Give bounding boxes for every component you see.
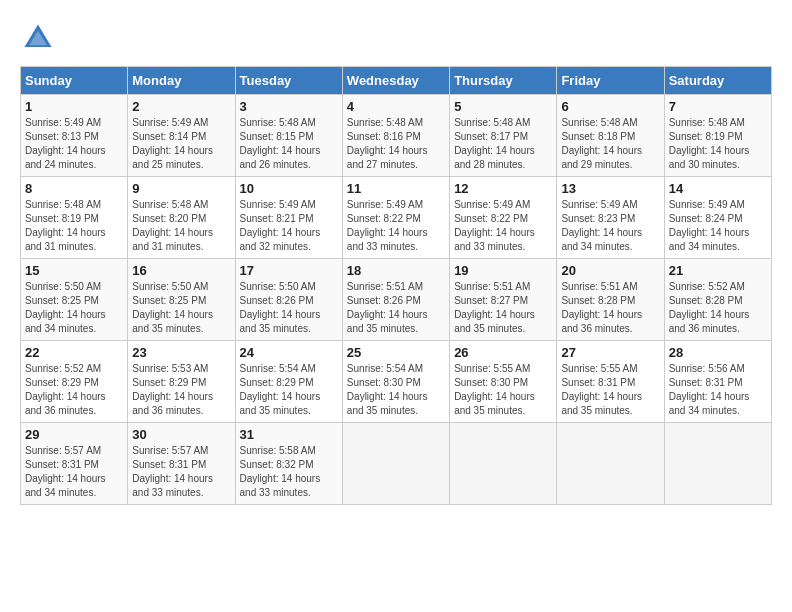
day-number: 15: [25, 263, 123, 278]
day-info: Sunrise: 5:48 AM Sunset: 8:16 PM Dayligh…: [347, 116, 445, 172]
day-number: 22: [25, 345, 123, 360]
day-cell: 19Sunrise: 5:51 AM Sunset: 8:27 PM Dayli…: [450, 259, 557, 341]
day-info: Sunrise: 5:49 AM Sunset: 8:14 PM Dayligh…: [132, 116, 230, 172]
day-cell: [342, 423, 449, 505]
col-header-sunday: Sunday: [21, 67, 128, 95]
day-number: 6: [561, 99, 659, 114]
day-number: 14: [669, 181, 767, 196]
day-info: Sunrise: 5:49 AM Sunset: 8:23 PM Dayligh…: [561, 198, 659, 254]
day-info: Sunrise: 5:53 AM Sunset: 8:29 PM Dayligh…: [132, 362, 230, 418]
day-cell: 25Sunrise: 5:54 AM Sunset: 8:30 PM Dayli…: [342, 341, 449, 423]
day-number: 9: [132, 181, 230, 196]
day-number: 18: [347, 263, 445, 278]
day-cell: 12Sunrise: 5:49 AM Sunset: 8:22 PM Dayli…: [450, 177, 557, 259]
day-cell: 10Sunrise: 5:49 AM Sunset: 8:21 PM Dayli…: [235, 177, 342, 259]
col-header-monday: Monday: [128, 67, 235, 95]
col-header-saturday: Saturday: [664, 67, 771, 95]
day-number: 17: [240, 263, 338, 278]
day-number: 21: [669, 263, 767, 278]
logo-icon: [20, 20, 56, 56]
day-number: 4: [347, 99, 445, 114]
day-info: Sunrise: 5:49 AM Sunset: 8:21 PM Dayligh…: [240, 198, 338, 254]
week-row-3: 22Sunrise: 5:52 AM Sunset: 8:29 PM Dayli…: [21, 341, 772, 423]
day-info: Sunrise: 5:50 AM Sunset: 8:25 PM Dayligh…: [132, 280, 230, 336]
day-info: Sunrise: 5:49 AM Sunset: 8:13 PM Dayligh…: [25, 116, 123, 172]
day-cell: 16Sunrise: 5:50 AM Sunset: 8:25 PM Dayli…: [128, 259, 235, 341]
day-info: Sunrise: 5:57 AM Sunset: 8:31 PM Dayligh…: [25, 444, 123, 500]
day-info: Sunrise: 5:57 AM Sunset: 8:31 PM Dayligh…: [132, 444, 230, 500]
day-cell: 6Sunrise: 5:48 AM Sunset: 8:18 PM Daylig…: [557, 95, 664, 177]
day-info: Sunrise: 5:48 AM Sunset: 8:17 PM Dayligh…: [454, 116, 552, 172]
day-number: 19: [454, 263, 552, 278]
day-cell: 26Sunrise: 5:55 AM Sunset: 8:30 PM Dayli…: [450, 341, 557, 423]
week-row-1: 8Sunrise: 5:48 AM Sunset: 8:19 PM Daylig…: [21, 177, 772, 259]
day-number: 30: [132, 427, 230, 442]
day-number: 25: [347, 345, 445, 360]
day-cell: 23Sunrise: 5:53 AM Sunset: 8:29 PM Dayli…: [128, 341, 235, 423]
day-cell: [450, 423, 557, 505]
day-info: Sunrise: 5:49 AM Sunset: 8:24 PM Dayligh…: [669, 198, 767, 254]
col-header-friday: Friday: [557, 67, 664, 95]
day-info: Sunrise: 5:52 AM Sunset: 8:29 PM Dayligh…: [25, 362, 123, 418]
day-cell: 13Sunrise: 5:49 AM Sunset: 8:23 PM Dayli…: [557, 177, 664, 259]
day-number: 27: [561, 345, 659, 360]
col-header-tuesday: Tuesday: [235, 67, 342, 95]
day-cell: 27Sunrise: 5:55 AM Sunset: 8:31 PM Dayli…: [557, 341, 664, 423]
day-number: 10: [240, 181, 338, 196]
day-info: Sunrise: 5:55 AM Sunset: 8:31 PM Dayligh…: [561, 362, 659, 418]
day-cell: 17Sunrise: 5:50 AM Sunset: 8:26 PM Dayli…: [235, 259, 342, 341]
day-number: 11: [347, 181, 445, 196]
day-cell: 7Sunrise: 5:48 AM Sunset: 8:19 PM Daylig…: [664, 95, 771, 177]
day-info: Sunrise: 5:49 AM Sunset: 8:22 PM Dayligh…: [454, 198, 552, 254]
day-number: 26: [454, 345, 552, 360]
day-number: 12: [454, 181, 552, 196]
day-info: Sunrise: 5:48 AM Sunset: 8:18 PM Dayligh…: [561, 116, 659, 172]
day-info: Sunrise: 5:54 AM Sunset: 8:30 PM Dayligh…: [347, 362, 445, 418]
day-info: Sunrise: 5:48 AM Sunset: 8:15 PM Dayligh…: [240, 116, 338, 172]
day-number: 16: [132, 263, 230, 278]
day-cell: 28Sunrise: 5:56 AM Sunset: 8:31 PM Dayli…: [664, 341, 771, 423]
week-row-4: 29Sunrise: 5:57 AM Sunset: 8:31 PM Dayli…: [21, 423, 772, 505]
week-row-0: 1Sunrise: 5:49 AM Sunset: 8:13 PM Daylig…: [21, 95, 772, 177]
day-cell: 5Sunrise: 5:48 AM Sunset: 8:17 PM Daylig…: [450, 95, 557, 177]
day-info: Sunrise: 5:54 AM Sunset: 8:29 PM Dayligh…: [240, 362, 338, 418]
day-cell: 9Sunrise: 5:48 AM Sunset: 8:20 PM Daylig…: [128, 177, 235, 259]
day-cell: 20Sunrise: 5:51 AM Sunset: 8:28 PM Dayli…: [557, 259, 664, 341]
day-info: Sunrise: 5:51 AM Sunset: 8:27 PM Dayligh…: [454, 280, 552, 336]
day-cell: 11Sunrise: 5:49 AM Sunset: 8:22 PM Dayli…: [342, 177, 449, 259]
day-info: Sunrise: 5:50 AM Sunset: 8:26 PM Dayligh…: [240, 280, 338, 336]
day-info: Sunrise: 5:56 AM Sunset: 8:31 PM Dayligh…: [669, 362, 767, 418]
day-cell: 31Sunrise: 5:58 AM Sunset: 8:32 PM Dayli…: [235, 423, 342, 505]
day-number: 3: [240, 99, 338, 114]
day-cell: 1Sunrise: 5:49 AM Sunset: 8:13 PM Daylig…: [21, 95, 128, 177]
day-cell: 8Sunrise: 5:48 AM Sunset: 8:19 PM Daylig…: [21, 177, 128, 259]
day-info: Sunrise: 5:52 AM Sunset: 8:28 PM Dayligh…: [669, 280, 767, 336]
day-info: Sunrise: 5:48 AM Sunset: 8:20 PM Dayligh…: [132, 198, 230, 254]
day-number: 7: [669, 99, 767, 114]
day-info: Sunrise: 5:50 AM Sunset: 8:25 PM Dayligh…: [25, 280, 123, 336]
day-info: Sunrise: 5:51 AM Sunset: 8:26 PM Dayligh…: [347, 280, 445, 336]
day-number: 5: [454, 99, 552, 114]
day-cell: 24Sunrise: 5:54 AM Sunset: 8:29 PM Dayli…: [235, 341, 342, 423]
day-cell: 3Sunrise: 5:48 AM Sunset: 8:15 PM Daylig…: [235, 95, 342, 177]
day-number: 20: [561, 263, 659, 278]
day-cell: 30Sunrise: 5:57 AM Sunset: 8:31 PM Dayli…: [128, 423, 235, 505]
day-cell: 4Sunrise: 5:48 AM Sunset: 8:16 PM Daylig…: [342, 95, 449, 177]
day-cell: 22Sunrise: 5:52 AM Sunset: 8:29 PM Dayli…: [21, 341, 128, 423]
day-cell: 15Sunrise: 5:50 AM Sunset: 8:25 PM Dayli…: [21, 259, 128, 341]
day-number: 28: [669, 345, 767, 360]
day-info: Sunrise: 5:51 AM Sunset: 8:28 PM Dayligh…: [561, 280, 659, 336]
day-info: Sunrise: 5:58 AM Sunset: 8:32 PM Dayligh…: [240, 444, 338, 500]
col-header-thursday: Thursday: [450, 67, 557, 95]
day-number: 2: [132, 99, 230, 114]
day-number: 29: [25, 427, 123, 442]
col-header-wednesday: Wednesday: [342, 67, 449, 95]
day-number: 31: [240, 427, 338, 442]
day-info: Sunrise: 5:55 AM Sunset: 8:30 PM Dayligh…: [454, 362, 552, 418]
day-cell: 21Sunrise: 5:52 AM Sunset: 8:28 PM Dayli…: [664, 259, 771, 341]
day-cell: [557, 423, 664, 505]
day-number: 13: [561, 181, 659, 196]
day-cell: [664, 423, 771, 505]
day-number: 24: [240, 345, 338, 360]
day-info: Sunrise: 5:48 AM Sunset: 8:19 PM Dayligh…: [669, 116, 767, 172]
